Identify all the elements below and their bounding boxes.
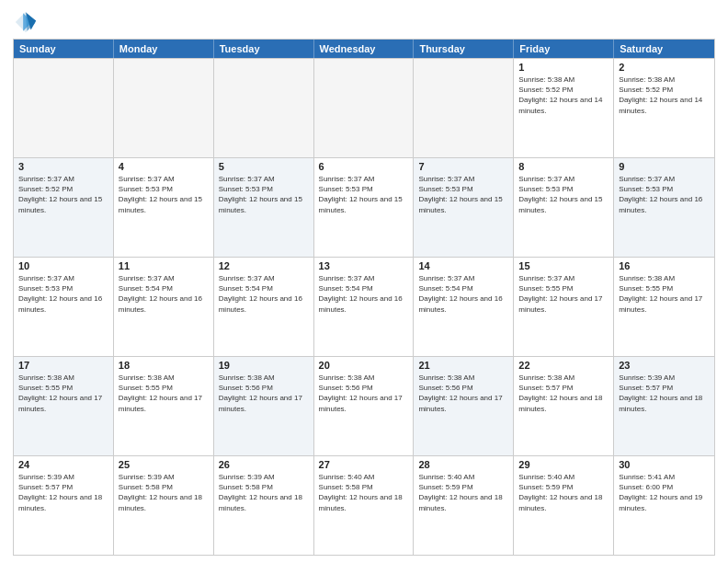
calendar-cell: 4 Sunrise: 5:37 AM Sunset: 5:53 PM Dayli… xyxy=(114,158,214,257)
day-info: Sunrise: 5:37 AM Sunset: 5:53 PM Dayligh… xyxy=(18,273,108,315)
day-info: Sunrise: 5:37 AM Sunset: 5:54 PM Dayligh… xyxy=(119,273,209,315)
day-number: 20 xyxy=(319,360,409,371)
day-number: 8 xyxy=(518,161,609,172)
day-info: Sunrise: 5:37 AM Sunset: 5:54 PM Dayligh… xyxy=(319,273,409,315)
day-info: Sunrise: 5:38 AM Sunset: 5:52 PM Dayligh… xyxy=(619,75,710,116)
day-number: 1 xyxy=(518,62,609,73)
calendar-cell: 14 Sunrise: 5:37 AM Sunset: 5:54 PM Dayl… xyxy=(414,258,514,356)
weekday-header: Friday xyxy=(514,40,614,58)
calendar-cell: 5 Sunrise: 5:37 AM Sunset: 5:53 PM Dayli… xyxy=(214,158,314,257)
calendar-cell: 2 Sunrise: 5:38 AM Sunset: 5:52 PM Dayli… xyxy=(614,59,714,157)
day-number: 22 xyxy=(518,360,609,371)
calendar-cell xyxy=(14,59,114,157)
day-info: Sunrise: 5:39 AM Sunset: 5:57 PM Dayligh… xyxy=(619,373,710,414)
day-number: 11 xyxy=(119,260,209,271)
calendar-cell: 9 Sunrise: 5:37 AM Sunset: 5:53 PM Dayli… xyxy=(614,158,714,257)
day-info: Sunrise: 5:37 AM Sunset: 5:53 PM Dayligh… xyxy=(119,174,209,215)
day-info: Sunrise: 5:41 AM Sunset: 6:00 PM Dayligh… xyxy=(619,472,710,513)
weekday-header: Tuesday xyxy=(214,40,314,58)
day-info: Sunrise: 5:38 AM Sunset: 5:56 PM Dayligh… xyxy=(418,373,508,414)
calendar-cell: 12 Sunrise: 5:37 AM Sunset: 5:54 PM Dayl… xyxy=(214,258,314,356)
day-info: Sunrise: 5:39 AM Sunset: 5:57 PM Dayligh… xyxy=(18,472,108,513)
calendar-cell: 27 Sunrise: 5:40 AM Sunset: 5:58 PM Dayl… xyxy=(314,456,415,555)
calendar-cell: 18 Sunrise: 5:38 AM Sunset: 5:55 PM Dayl… xyxy=(114,357,214,455)
day-info: Sunrise: 5:40 AM Sunset: 5:59 PM Dayligh… xyxy=(418,472,508,513)
day-info: Sunrise: 5:38 AM Sunset: 5:56 PM Dayligh… xyxy=(219,373,309,414)
day-number: 15 xyxy=(518,260,609,271)
day-info: Sunrise: 5:38 AM Sunset: 5:52 PM Dayligh… xyxy=(518,75,609,116)
calendar-row: 3 Sunrise: 5:37 AM Sunset: 5:52 PM Dayli… xyxy=(14,157,714,257)
day-info: Sunrise: 5:37 AM Sunset: 5:54 PM Dayligh… xyxy=(219,273,309,315)
calendar-cell xyxy=(114,59,214,157)
calendar-cell: 16 Sunrise: 5:38 AM Sunset: 5:55 PM Dayl… xyxy=(614,258,714,356)
day-number: 18 xyxy=(119,360,209,371)
day-number: 23 xyxy=(619,360,710,371)
weekday-header: Thursday xyxy=(414,40,514,58)
day-info: Sunrise: 5:37 AM Sunset: 5:53 PM Dayligh… xyxy=(418,174,508,215)
calendar-cell: 8 Sunrise: 5:37 AM Sunset: 5:53 PM Dayli… xyxy=(514,158,614,257)
calendar-cell: 30 Sunrise: 5:41 AM Sunset: 6:00 PM Dayl… xyxy=(614,456,714,555)
day-number: 28 xyxy=(418,459,508,470)
day-info: Sunrise: 5:40 AM Sunset: 5:58 PM Dayligh… xyxy=(319,472,409,513)
day-number: 21 xyxy=(418,360,508,371)
day-number: 4 xyxy=(119,161,209,172)
day-info: Sunrise: 5:40 AM Sunset: 5:59 PM Dayligh… xyxy=(518,472,609,513)
calendar-header: SundayMondayTuesdayWednesdayThursdayFrid… xyxy=(14,40,714,58)
day-number: 29 xyxy=(518,459,609,470)
calendar-row: 1 Sunrise: 5:38 AM Sunset: 5:52 PM Dayli… xyxy=(14,58,714,157)
calendar-cell: 7 Sunrise: 5:37 AM Sunset: 5:53 PM Dayli… xyxy=(414,158,514,257)
day-number: 12 xyxy=(219,260,309,271)
calendar-cell: 17 Sunrise: 5:38 AM Sunset: 5:55 PM Dayl… xyxy=(14,357,114,455)
day-number: 3 xyxy=(18,161,108,172)
day-number: 13 xyxy=(319,260,409,271)
day-info: Sunrise: 5:37 AM Sunset: 5:53 PM Dayligh… xyxy=(619,174,710,215)
day-info: Sunrise: 5:38 AM Sunset: 5:57 PM Dayligh… xyxy=(518,373,609,414)
calendar-cell: 13 Sunrise: 5:37 AM Sunset: 5:54 PM Dayl… xyxy=(314,258,415,356)
day-info: Sunrise: 5:37 AM Sunset: 5:53 PM Dayligh… xyxy=(319,174,409,215)
day-number: 25 xyxy=(119,459,209,470)
calendar-cell: 1 Sunrise: 5:38 AM Sunset: 5:52 PM Dayli… xyxy=(514,59,614,157)
calendar-cell: 3 Sunrise: 5:37 AM Sunset: 5:52 PM Dayli… xyxy=(14,158,114,257)
calendar-cell: 29 Sunrise: 5:40 AM Sunset: 5:59 PM Dayl… xyxy=(514,456,614,555)
day-info: Sunrise: 5:38 AM Sunset: 5:55 PM Dayligh… xyxy=(119,373,209,414)
day-number: 24 xyxy=(18,459,108,470)
weekday-header: Wednesday xyxy=(314,40,415,58)
calendar-cell: 10 Sunrise: 5:37 AM Sunset: 5:53 PM Dayl… xyxy=(14,258,114,356)
calendar-body: 1 Sunrise: 5:38 AM Sunset: 5:52 PM Dayli… xyxy=(14,58,714,555)
calendar-cell: 23 Sunrise: 5:39 AM Sunset: 5:57 PM Dayl… xyxy=(614,357,714,455)
calendar-row: 24 Sunrise: 5:39 AM Sunset: 5:57 PM Dayl… xyxy=(14,455,714,555)
weekday-header: Sunday xyxy=(14,40,114,58)
day-info: Sunrise: 5:39 AM Sunset: 5:58 PM Dayligh… xyxy=(119,472,209,513)
calendar-cell: 15 Sunrise: 5:37 AM Sunset: 5:55 PM Dayl… xyxy=(514,258,614,356)
day-info: Sunrise: 5:37 AM Sunset: 5:53 PM Dayligh… xyxy=(219,174,309,215)
day-info: Sunrise: 5:37 AM Sunset: 5:52 PM Dayligh… xyxy=(18,174,108,215)
day-info: Sunrise: 5:38 AM Sunset: 5:55 PM Dayligh… xyxy=(18,373,108,414)
day-number: 7 xyxy=(418,161,508,172)
calendar-cell: 20 Sunrise: 5:38 AM Sunset: 5:56 PM Dayl… xyxy=(314,357,415,455)
calendar-row: 10 Sunrise: 5:37 AM Sunset: 5:53 PM Dayl… xyxy=(14,257,714,356)
day-info: Sunrise: 5:39 AM Sunset: 5:58 PM Dayligh… xyxy=(219,472,309,513)
calendar: SundayMondayTuesdayWednesdayThursdayFrid… xyxy=(13,39,715,556)
calendar-cell: 28 Sunrise: 5:40 AM Sunset: 5:59 PM Dayl… xyxy=(414,456,514,555)
calendar-cell: 24 Sunrise: 5:39 AM Sunset: 5:57 PM Dayl… xyxy=(14,456,114,555)
calendar-row: 17 Sunrise: 5:38 AM Sunset: 5:55 PM Dayl… xyxy=(14,356,714,455)
day-number: 9 xyxy=(619,161,710,172)
day-info: Sunrise: 5:37 AM Sunset: 5:55 PM Dayligh… xyxy=(518,273,609,315)
day-number: 6 xyxy=(319,161,409,172)
calendar-cell xyxy=(214,59,314,157)
day-info: Sunrise: 5:37 AM Sunset: 5:53 PM Dayligh… xyxy=(518,174,609,215)
weekday-header: Saturday xyxy=(614,40,714,58)
day-number: 5 xyxy=(219,161,309,172)
day-number: 26 xyxy=(219,459,309,470)
weekday-header: Monday xyxy=(114,40,214,58)
calendar-cell: 26 Sunrise: 5:39 AM Sunset: 5:58 PM Dayl… xyxy=(214,456,314,555)
day-number: 2 xyxy=(619,62,710,73)
logo xyxy=(13,9,40,35)
calendar-cell xyxy=(314,59,415,157)
calendar-cell: 11 Sunrise: 5:37 AM Sunset: 5:54 PM Dayl… xyxy=(114,258,214,356)
calendar-cell: 21 Sunrise: 5:38 AM Sunset: 5:56 PM Dayl… xyxy=(414,357,514,455)
day-number: 10 xyxy=(18,260,108,271)
calendar-cell: 6 Sunrise: 5:37 AM Sunset: 5:53 PM Dayli… xyxy=(314,158,415,257)
calendar-cell: 19 Sunrise: 5:38 AM Sunset: 5:56 PM Dayl… xyxy=(214,357,314,455)
calendar-cell: 22 Sunrise: 5:38 AM Sunset: 5:57 PM Dayl… xyxy=(514,357,614,455)
